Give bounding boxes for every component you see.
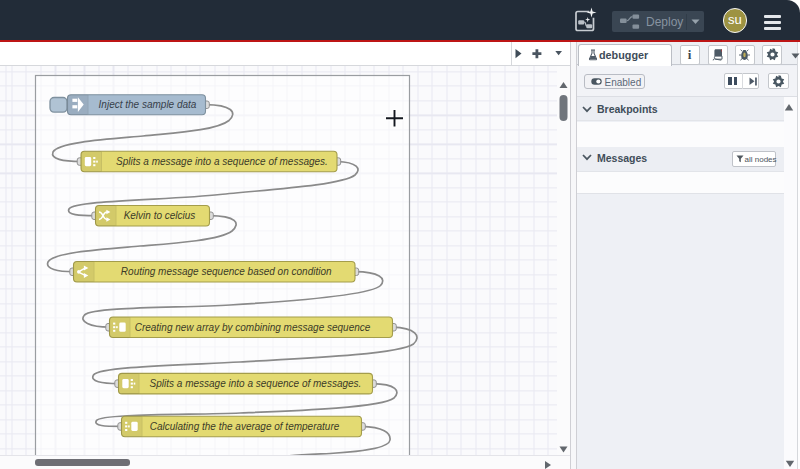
svg-text:Splits a message into a sequen: Splits a message into a sequence of mess… xyxy=(116,156,328,167)
svg-text:Calculating the the average of: Calculating the the average of temperatu… xyxy=(150,421,340,432)
svg-text:Kelvin to celcius: Kelvin to celcius xyxy=(124,210,196,221)
svg-text:Inject the sample data: Inject the sample data xyxy=(99,99,197,110)
svg-text:Splits a message into a sequen: Splits a message into a sequence of mess… xyxy=(150,378,362,389)
svg-text:Routing message sequence based: Routing message sequence based on condit… xyxy=(121,266,332,277)
svg-text:Creating new array by combinin: Creating new array by combining message … xyxy=(135,322,371,333)
